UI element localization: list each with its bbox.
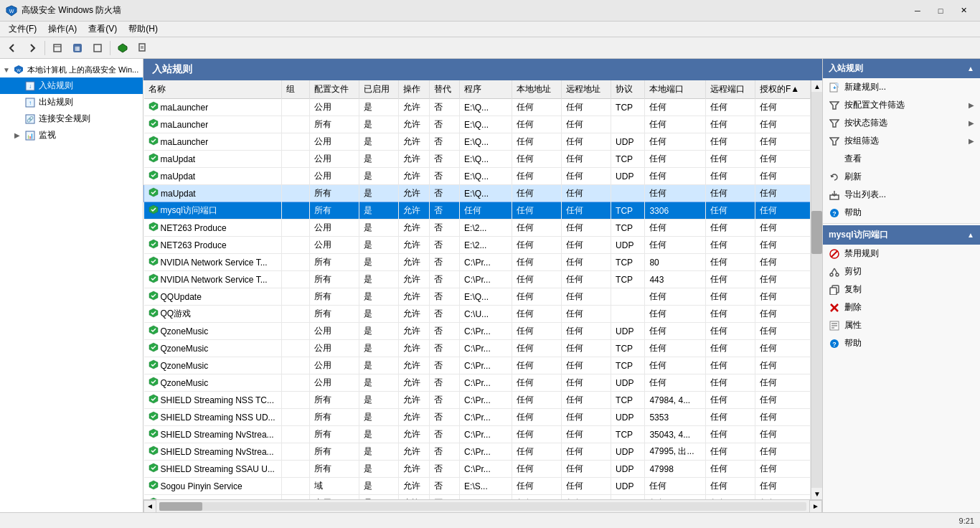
toolbar-btn-1[interactable]	[48, 39, 67, 57]
action-refresh[interactable]: 刷新	[823, 168, 980, 186]
cell-name: QQUpdate	[144, 288, 282, 306]
scroll-down-button[interactable]: ▼	[811, 488, 822, 499]
cell-local-addr: 任何	[512, 288, 562, 306]
action-filter-profile[interactable]: 按配置文件筛选 ▶	[823, 96, 980, 114]
action-view[interactable]: 查看	[823, 150, 980, 168]
cell-program: E:\Q...	[460, 151, 512, 168]
table-row[interactable]: maLauncher所有是允许否E:\Q...任何任何任何任何任何	[144, 116, 811, 133]
sidebar-item-inbound[interactable]: ↓ 入站规则	[0, 77, 143, 94]
col-remote-port[interactable]: 远程端口	[706, 80, 755, 99]
cell-program: C:\Pr...	[460, 426, 512, 443]
cell-program: E:\Q...	[460, 288, 512, 306]
action-filter-status[interactable]: 按状态筛选 ▶	[823, 114, 980, 132]
table-row[interactable]: SHIELD Streaming NvStrea...所有是允许否C:\Pr..…	[144, 443, 811, 461]
action-export[interactable]: 导出列表...	[823, 186, 980, 204]
cell-local-addr: 任何	[512, 357, 562, 374]
table-row[interactable]: maUpdat所有是允许否E:\Q...任何任何任何任何任何	[144, 185, 811, 202]
action-copy[interactable]: 复制	[823, 280, 980, 298]
help-icon-1: ?	[829, 207, 840, 219]
col-local-addr[interactable]: 本地地址	[512, 80, 562, 99]
action-disable-rule[interactable]: 禁用规则	[823, 245, 980, 263]
table-row[interactable]: SHIELD Streaming NSS TC...所有是允许否C:\Pr...…	[144, 392, 811, 409]
toolbar-btn-2[interactable]: ▦	[68, 39, 87, 57]
table-row[interactable]: maLauncher公用是允许否E:\Q...任何任何TCP任何任何任何	[144, 99, 811, 116]
table-row[interactable]: SHIELD Streaming NvStrea...所有是允许否C:\Pr..…	[144, 426, 811, 443]
minimize-button[interactable]: ─	[907, 4, 928, 18]
sidebar-item-local-computer[interactable]: ▼ W 本地计算机 上的高级安全 Win...	[0, 62, 143, 77]
table-container[interactable]: 名称 组 配置文件 已启用 操作 替代 程序 本地地址 远程地址 协议 本地端口…	[143, 80, 811, 499]
close-button[interactable]: ✕	[953, 4, 974, 18]
col-auth[interactable]: 授权的F▲	[755, 80, 810, 99]
forward-button[interactable]	[23, 39, 42, 57]
table-row[interactable]: SHIELD Streaming SSAU U...所有是允许否C:\Pr...…	[144, 461, 811, 478]
table-row[interactable]: maUpdat公用是允许否E:\Q...任何任何UDP任何任何任何	[144, 168, 811, 185]
table-row[interactable]: maLauncher公用是允许否E:\Q...任何任何UDP任何任何任何	[144, 133, 811, 151]
action-help-2[interactable]: ? 帮助	[823, 334, 980, 352]
toolbar-btn-5[interactable]	[133, 39, 152, 57]
action-filter-group[interactable]: 按组筛选 ▶	[823, 132, 980, 150]
table-row[interactable]: maUpdat公用是允许否E:\Q...任何任何TCP任何任何任何	[144, 151, 811, 168]
sidebar-item-connection-security[interactable]: 🔗 连接安全规则	[0, 110, 143, 127]
table-header-row: 名称 组 配置文件 已启用 操作 替代 程序 本地地址 远程地址 协议 本地端口…	[144, 80, 811, 99]
action-export-label: 导出列表...	[844, 189, 886, 201]
table-row[interactable]: NET263 Produce公用是允许否E:\2...任何任何TCP任何任何任何	[144, 220, 811, 237]
menu-help[interactable]: 帮助(H)	[123, 22, 164, 37]
col-local-port[interactable]: 本地端口	[645, 80, 706, 99]
vertical-scrollbar[interactable]: ▲ ▼	[811, 80, 822, 499]
table-row[interactable]: QzoneMusic公用是允许否C:\Pr...任何任何UDP任何任何任何	[144, 374, 811, 392]
back-button[interactable]	[3, 39, 22, 57]
action-delete[interactable]: 删除	[823, 298, 980, 316]
sidebar-item-outbound[interactable]: ↑ 出站规则	[0, 94, 143, 110]
cell-protocol	[611, 288, 645, 306]
col-alt[interactable]: 替代	[430, 80, 460, 99]
scroll-track[interactable]	[811, 92, 822, 488]
col-remote-addr[interactable]: 远程地址	[562, 80, 611, 99]
toolbar-btn-4[interactable]	[113, 39, 132, 57]
cell-remote-port: 任何	[706, 288, 755, 306]
cell-remote-addr: 任何	[562, 478, 611, 495]
scroll-left-button[interactable]: ◄	[143, 500, 156, 513]
help-icon-2: ?	[829, 338, 840, 349]
menu-action[interactable]: 操作(A)	[42, 22, 83, 37]
col-action[interactable]: 操作	[399, 80, 430, 99]
col-group[interactable]: 组	[281, 80, 309, 99]
table-row[interactable]: NVIDIA Network Service T...所有是允许否C:\Pr..…	[144, 271, 811, 288]
action-properties[interactable]: 属性	[823, 316, 980, 334]
svg-line-63	[831, 268, 834, 273]
action-cut[interactable]: 剪切	[823, 263, 980, 280]
cell-profile: 所有	[310, 461, 359, 478]
table-row[interactable]: QzoneMusic公用是允许否C:\Pr...任何任何UDP任何任何任何	[144, 323, 811, 340]
toolbar-btn-3[interactable]	[88, 39, 107, 57]
col-profile[interactable]: 配置文件	[310, 80, 359, 99]
right-section-toggle-2[interactable]: ▲	[967, 231, 974, 239]
table-row[interactable]: QzoneMusic公用是允许否C:\Pr...任何任何TCP任何任何任何	[144, 357, 811, 374]
sidebar-item-monitor[interactable]: ▶ 📊 监视	[0, 127, 143, 143]
cell-group	[281, 409, 309, 426]
action-new-rule[interactable]: + 新建规则...	[823, 78, 980, 96]
table-row[interactable]: NET263 Produce公用是允许否E:\2...任何任何UDP任何任何任何	[144, 237, 811, 254]
table-row[interactable]: SHIELD Streaming NSS UD...所有是允许否C:\Pr...…	[144, 409, 811, 426]
scroll-right-button[interactable]: ►	[809, 500, 822, 513]
table-row[interactable]: QzoneMusic公用是允许否C:\Pr...任何任何TCP任何任何任何	[144, 340, 811, 357]
col-enabled[interactable]: 已启用	[359, 80, 399, 99]
scroll-up-button[interactable]: ▲	[811, 80, 822, 92]
table-row[interactable]: QQ游戏所有是允许否C:\U...任何任何任何任何任何	[144, 306, 811, 323]
col-name[interactable]: 名称	[144, 80, 282, 99]
cell-action: 允许	[399, 271, 430, 288]
cell-auth: 任何	[755, 271, 810, 288]
col-protocol[interactable]: 协议	[611, 80, 645, 99]
cell-profile: 所有	[310, 254, 359, 271]
table-row[interactable]: mysql访问端口所有是允许否任何任何任何TCP3306任何任何	[144, 202, 811, 220]
hscroll-track[interactable]	[159, 502, 806, 511]
table-row[interactable]: Sogou Pinyin Service域是允许否E:\S...任何任何UDP任…	[144, 478, 811, 495]
table-row[interactable]: NVIDIA Network Service T...所有是允许否C:\Pr..…	[144, 254, 811, 271]
cell-action: 允许	[399, 220, 430, 237]
maximize-button[interactable]: □	[930, 4, 951, 18]
col-program[interactable]: 程序	[460, 80, 512, 99]
horizontal-scrollbar[interactable]: ◄ ►	[143, 499, 822, 512]
table-row[interactable]: QQUpdate所有是允许否E:\Q...任何任何任何任何任何	[144, 288, 811, 306]
menu-view[interactable]: 查看(V)	[83, 22, 123, 37]
right-section-toggle-1[interactable]: ▲	[967, 65, 974, 72]
action-help-1[interactable]: ? 帮助	[823, 204, 980, 222]
menu-file[interactable]: 文件(F)	[3, 22, 42, 37]
